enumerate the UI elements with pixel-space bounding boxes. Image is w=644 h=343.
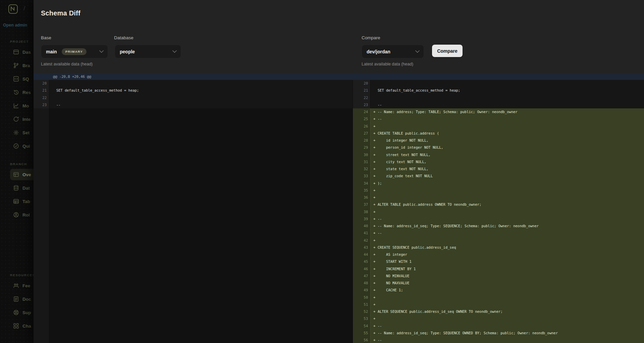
sidebar-item-overview[interactable]: Ove bbox=[10, 169, 34, 180]
diff-line: 23 -- bbox=[353, 101, 644, 108]
compare-branch-select[interactable]: dev/jordan bbox=[362, 45, 424, 58]
sidebar-item-label: Bra bbox=[22, 63, 30, 68]
diff-pane-base[interactable]: 2021 SET default_table_access_method = h… bbox=[34, 80, 353, 343]
sidebar-item-sql-editor[interactable]: SQ bbox=[0, 72, 34, 86]
diff-line-added: 25+ -- bbox=[353, 115, 644, 122]
diff-line: 20 bbox=[34, 80, 353, 87]
line-number: 53 bbox=[353, 315, 370, 322]
line-code: + bbox=[370, 315, 644, 322]
sidebar-item-label: Mo bbox=[22, 103, 29, 108]
line-number: 40 bbox=[353, 223, 370, 230]
diff-line-added: 40+ -- Name: address_id_seq; Type: SEQUE… bbox=[353, 223, 644, 230]
diff-line-added: 38+ bbox=[353, 208, 644, 215]
sidebar-item-databases[interactable]: Dat bbox=[0, 181, 34, 195]
line-code: + -- Name: address_id_seq; Type: SEQUENC… bbox=[370, 330, 644, 337]
line-number: 56 bbox=[353, 337, 370, 343]
line-number: 43 bbox=[353, 244, 370, 251]
line-code: + bbox=[370, 208, 644, 215]
sidebar-section-header: RESOURCES bbox=[0, 272, 34, 279]
line-code: SET default_table_access_method = heap; bbox=[370, 87, 644, 94]
line-number: 35 bbox=[353, 187, 370, 194]
sidebar-item-label: Qui bbox=[22, 144, 30, 149]
sidebar-item-roles[interactable]: Rol bbox=[0, 208, 34, 222]
database-select[interactable]: people bbox=[115, 45, 181, 58]
line-code bbox=[370, 80, 644, 87]
sidebar-item-label: SQ bbox=[22, 77, 29, 82]
sidebar-item-label: Dat bbox=[22, 186, 30, 191]
diff-line: 22 bbox=[353, 94, 644, 101]
line-code: + bbox=[370, 194, 644, 201]
diff-line-added: 28+ id integer NOT NULL, bbox=[353, 137, 644, 144]
sidebar-item-changelog[interactable]: Cha bbox=[0, 319, 34, 333]
docs-icon bbox=[13, 296, 19, 302]
compare-hint: Latest available data (head) bbox=[362, 62, 413, 66]
diff-line-added: 27+ CREATE TABLE public.address ( bbox=[353, 130, 644, 137]
sidebar-section-project: PROJECTDasBraSQResMoInteSetQui bbox=[0, 38, 34, 153]
diff-line-added: 26+ bbox=[353, 123, 644, 130]
base-hint: Latest available data (head) bbox=[41, 62, 93, 66]
line-code bbox=[49, 80, 353, 87]
compare-button[interactable]: Compare bbox=[432, 45, 463, 57]
line-code: + bbox=[370, 294, 644, 301]
changelog-icon bbox=[13, 323, 19, 329]
line-code: + -- Name: address_id_seq; Type: SEQUENC… bbox=[370, 223, 644, 230]
diff-line: 22 bbox=[34, 94, 353, 101]
diff-line-added: 49+ CACHE 1; bbox=[353, 287, 644, 294]
line-code: + NO MINVALUE bbox=[370, 273, 644, 280]
support-icon bbox=[13, 309, 19, 316]
diff-line-added: 44+ AS integer bbox=[353, 251, 644, 258]
diff-line-added: 39+ -- bbox=[353, 215, 644, 223]
page-title: Schema Diff bbox=[41, 9, 80, 17]
line-code: + bbox=[370, 237, 644, 244]
diff-pane-compare[interactable]: 2021 SET default_table_access_method = h… bbox=[353, 80, 644, 343]
diff-line: 20 bbox=[353, 80, 644, 87]
diff-line-added: 56+ -- bbox=[353, 337, 644, 343]
line-code: + ALTER SEQUENCE public.address_id_seq O… bbox=[370, 308, 644, 315]
sidebar-item-restore[interactable]: Res bbox=[0, 86, 34, 99]
sidebar-item-support[interactable]: Sup bbox=[0, 306, 34, 319]
base-branch-select[interactable]: main PRIMARY bbox=[41, 45, 108, 58]
line-number: 45 bbox=[353, 258, 370, 265]
tables-icon bbox=[13, 198, 19, 205]
sidebar-item-label: Ove bbox=[22, 172, 31, 177]
line-number: 55 bbox=[353, 330, 370, 337]
sidebar-item-label: Das bbox=[22, 50, 31, 55]
line-number: 42 bbox=[353, 237, 370, 244]
diff-line-added: 29+ person_id integer NOT NULL, bbox=[353, 144, 644, 151]
line-number: 25 bbox=[353, 115, 370, 122]
app-root: / Open admin PROJECTDasBraSQResMoInteSet… bbox=[0, 0, 644, 343]
line-code bbox=[370, 94, 644, 101]
line-number: 47 bbox=[353, 273, 370, 280]
chevron-down-icon bbox=[415, 48, 420, 53]
line-number: 22 bbox=[34, 94, 49, 101]
line-number: 20 bbox=[34, 80, 49, 87]
feedback-icon bbox=[13, 282, 19, 289]
sidebar-item-quickstart[interactable]: Qui bbox=[0, 139, 34, 153]
sidebar-item-integrations[interactable]: Inte bbox=[0, 112, 34, 126]
open-admin-link[interactable]: Open admin bbox=[3, 23, 27, 28]
sidebar-section-header: BRANCH bbox=[0, 160, 34, 168]
line-code: + bbox=[370, 123, 644, 130]
line-number: 22 bbox=[353, 94, 370, 101]
line-code: + -- bbox=[370, 215, 644, 223]
diff-line-added: 45+ START WITH 1 bbox=[353, 258, 644, 265]
line-number: 27 bbox=[353, 130, 370, 137]
sidebar-item-monitoring[interactable]: Mo bbox=[0, 99, 34, 112]
sidebar-item-dashboard[interactable]: Das bbox=[0, 45, 34, 59]
sidebar-item-feedback[interactable]: Fee bbox=[0, 279, 34, 292]
line-number: 29 bbox=[353, 144, 370, 151]
line-code: + bbox=[370, 301, 644, 308]
sidebar-item-docs[interactable]: Doc bbox=[0, 292, 34, 306]
database-value: people bbox=[120, 49, 135, 54]
sql-editor-icon bbox=[13, 76, 19, 82]
diff-line-added: 33+ zip_code text NOT NULL bbox=[353, 173, 644, 180]
base-label: Base bbox=[41, 35, 51, 40]
line-number: 33 bbox=[353, 173, 370, 180]
neon-logo[interactable] bbox=[8, 4, 18, 14]
diff-line-added: 34+ ); bbox=[353, 180, 644, 187]
dashboard-icon bbox=[13, 49, 19, 55]
sidebar-item-settings[interactable]: Set bbox=[0, 126, 34, 139]
diff-line-added: 32+ state text NOT NULL, bbox=[353, 165, 644, 173]
sidebar-item-branches[interactable]: Bra bbox=[0, 59, 34, 72]
sidebar-item-tables[interactable]: Tab bbox=[0, 195, 34, 208]
